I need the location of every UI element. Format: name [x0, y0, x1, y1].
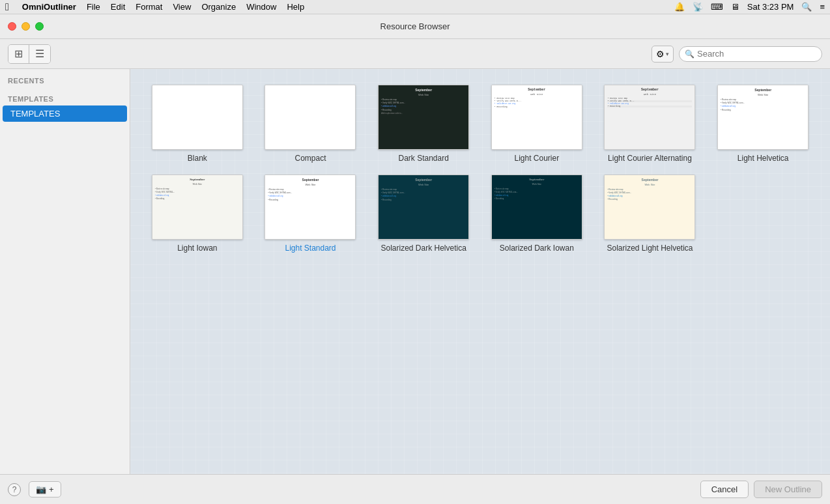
template-thumb-blank: [152, 85, 243, 150]
template-solarized-dark-helvetica[interactable]: September Web Site • Review site map • V…: [369, 175, 478, 254]
template-label-sol-dark-iowan: Solarized Dark Iowan: [500, 244, 574, 254]
edit-menu[interactable]: Edit: [111, 2, 125, 12]
airdrop-icon[interactable]: 📡: [693, 2, 703, 12]
organize-menu[interactable]: Organize: [201, 2, 236, 12]
template-light-courier-alternating[interactable]: September Web Site • Review site map • V…: [596, 85, 704, 164]
window-menu[interactable]: Window: [246, 2, 276, 12]
template-blank[interactable]: Blank: [143, 85, 251, 164]
template-label-sol-light-h: Solarized Light Helvetica: [607, 244, 693, 254]
template-thumb-sol-dark-i: September Web Site • Review site map • V…: [491, 175, 582, 240]
display-icon[interactable]: 🖥: [731, 2, 739, 12]
template-label-blank: Blank: [188, 154, 207, 164]
template-label-light-standard: Light Standard: [285, 244, 336, 254]
camera-icon: 📷: [36, 484, 46, 494]
template-thumb-light-standard: September Web Site • Review site map • V…: [265, 175, 356, 240]
fullscreen-button[interactable]: [35, 22, 44, 31]
template-light-standard[interactable]: September Web Site • Review site map • V…: [257, 175, 365, 254]
template-thumb-lca: September Web Site • Review site map • V…: [604, 85, 695, 150]
menubar-right: 🔔 📡 ⌨ 🖥 Sat 3:23 PM 🔍 ≡: [674, 2, 825, 12]
templates-content: Blank Compact September Web Site • Revie…: [130, 69, 830, 474]
template-label-sol-dark-h: Solarized Dark Helvetica: [380, 244, 466, 254]
clock: Sat 3:23 PM: [747, 2, 794, 12]
list-view-button[interactable]: ☰: [29, 45, 50, 63]
add-template-button[interactable]: 📷 +: [29, 481, 61, 497]
control-center-icon[interactable]: ≡: [820, 2, 825, 12]
toolbar: ⊞ ☰ ⚙ ▾ 🔍: [0, 39, 830, 69]
window-title: Resource Browser: [380, 21, 450, 31]
view-toggle: ⊞ ☰: [8, 44, 51, 64]
titlebar: Resource Browser: [0, 14, 830, 39]
sidebar-item-templates[interactable]: TEMPLATES: [3, 105, 127, 122]
main-area: RECENTS TEMPLATES TEMPLATES Blank Compac…: [0, 69, 830, 474]
template-thumb-sol-light-h: September Web Site • Review site map • V…: [604, 175, 695, 240]
template-light-courier[interactable]: September Web Site • Review site map • V…: [483, 85, 591, 164]
template-label-dark-standard: Dark Standard: [398, 154, 448, 164]
template-thumb-dark-standard: September Web Site • Review site map • V…: [378, 85, 469, 150]
template-thumb-light-helvetica: September Web Site • Review site map • V…: [717, 85, 809, 150]
help-button[interactable]: ?: [8, 483, 21, 496]
templates-section-title: TEMPLATES: [0, 92, 130, 105]
gear-icon: ⚙: [656, 49, 665, 59]
template-light-helvetica[interactable]: September Web Site • Review site map • V…: [709, 85, 817, 164]
template-solarized-light-helvetica[interactable]: September Web Site • Review site map • V…: [596, 175, 704, 254]
app-menu[interactable]: OmniOutliner: [22, 2, 76, 12]
template-solarized-dark-iowan[interactable]: September Web Site • Review site map • V…: [483, 175, 591, 254]
templates-grid: Blank Compact September Web Site • Revie…: [143, 85, 817, 253]
search-box: 🔍: [679, 46, 822, 62]
template-label-lca: Light Courier Alternating: [608, 154, 692, 164]
template-label-light-courier: Light Courier: [514, 154, 559, 164]
resource-browser-window: Resource Browser ⊞ ☰ ⚙ ▾ 🔍 RECENTS TEMPL…: [0, 14, 830, 504]
recents-section-title: RECENTS: [0, 74, 130, 87]
template-light-iowan[interactable]: September Web Site • Review site map • V…: [143, 175, 251, 254]
template-thumb-light-iowan: September Web Site • Review site map • V…: [152, 175, 243, 240]
template-thumb-light-courier: September Web Site • Review site map • V…: [491, 85, 582, 150]
keyboard-icon[interactable]: ⌨: [711, 2, 723, 12]
close-button[interactable]: [8, 22, 16, 31]
help-menu[interactable]: Help: [287, 2, 304, 12]
file-menu[interactable]: File: [87, 2, 100, 12]
template-label-light-iowan: Light Iowan: [177, 244, 217, 254]
minimize-button[interactable]: [21, 22, 30, 31]
search-input[interactable]: [697, 49, 816, 59]
template-thumb-sol-dark-h: September Web Site • Review site map • V…: [378, 175, 469, 240]
cancel-button[interactable]: Cancel: [700, 481, 749, 498]
menubar:  OmniOutliner File Edit Format View Org…: [0, 0, 830, 14]
new-outline-button[interactable]: New Outline: [754, 481, 822, 498]
traffic-lights: [8, 22, 44, 31]
apple-menu[interactable]: : [5, 1, 9, 13]
template-compact[interactable]: Compact: [257, 85, 365, 164]
gear-button[interactable]: ⚙ ▾: [651, 46, 674, 63]
notification-icon[interactable]: 🔔: [674, 2, 685, 12]
template-label-compact: Compact: [294, 154, 326, 164]
add-template-label: +: [49, 484, 54, 494]
sidebar: RECENTS TEMPLATES TEMPLATES: [0, 69, 130, 474]
template-label-light-helvetica: Light Helvetica: [737, 154, 789, 164]
template-thumb-compact: [265, 85, 356, 150]
bottombar: ? 📷 + Cancel New Outline: [0, 474, 830, 504]
template-dark-standard[interactable]: September Web Site • Review site map • V…: [369, 85, 478, 164]
search-menubar-icon[interactable]: 🔍: [801, 2, 812, 12]
view-menu[interactable]: View: [173, 2, 191, 12]
grid-view-button[interactable]: ⊞: [8, 45, 29, 63]
search-icon: 🔍: [685, 49, 694, 59]
format-menu[interactable]: Format: [136, 2, 162, 12]
chevron-down-icon: ▾: [666, 51, 669, 57]
